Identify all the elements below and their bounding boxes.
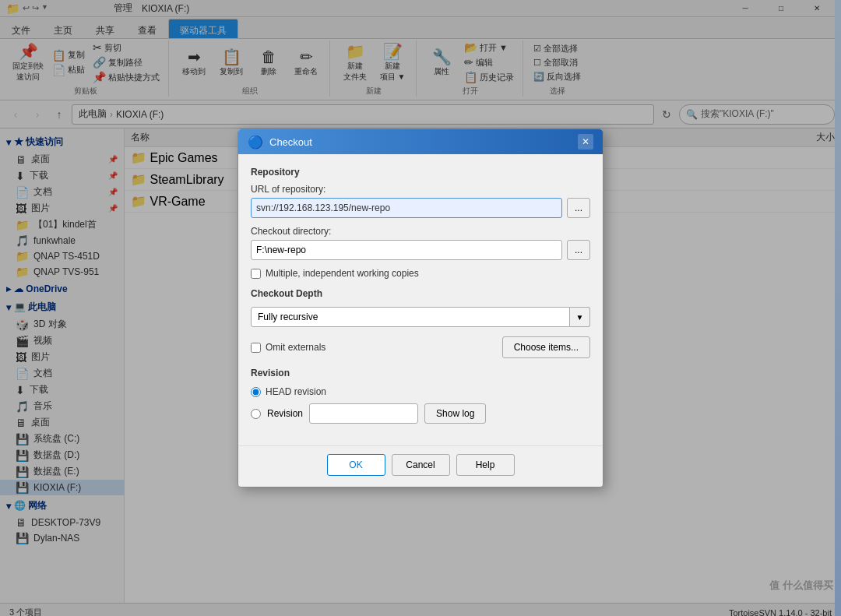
show-log-button[interactable]: Show log — [424, 403, 486, 424]
checkout-dir-label: Checkout directory: — [251, 226, 590, 237]
multiple-copies-label: Multiple, independent working copies — [266, 268, 419, 279]
checkout-dir-browse-button[interactable]: ... — [567, 240, 590, 260]
multiple-copies-row: Multiple, independent working copies — [251, 268, 590, 279]
omit-choose-row: Omit externals Choose items... — [251, 336, 590, 358]
checkout-dir-row: ... — [251, 240, 590, 260]
modal-backdrop: 🔵 Checkout ✕ Repository URL of repositor… — [0, 0, 841, 616]
revision-section-label: Revision — [251, 368, 590, 378]
omit-externals-label: Omit externals — [266, 342, 325, 353]
dialog-close-button[interactable]: ✕ — [578, 134, 593, 150]
dialog-title-bar: 🔵 Checkout ✕ — [238, 129, 603, 154]
url-input[interactable] — [251, 198, 562, 218]
choose-items-button[interactable]: Choose items... — [502, 336, 590, 358]
ok-button[interactable]: OK — [327, 454, 385, 476]
depth-dropdown-row: Fully recursive ▼ — [251, 307, 590, 327]
depth-dropdown-value[interactable]: Fully recursive — [251, 307, 570, 327]
revision-label2: Revision — [267, 408, 303, 419]
repository-section-label: Repository — [251, 167, 590, 178]
revision-radio[interactable] — [251, 409, 261, 419]
omit-externals-checkbox[interactable] — [251, 343, 261, 353]
head-revision-radio[interactable] — [251, 387, 261, 397]
revision-input[interactable] — [309, 403, 418, 424]
multiple-copies-checkbox[interactable] — [251, 269, 261, 279]
help-button[interactable]: Help — [456, 454, 515, 476]
head-revision-label: HEAD revision — [266, 386, 326, 397]
head-revision-row: HEAD revision — [251, 386, 590, 397]
omit-externals-row: Omit externals — [251, 342, 325, 353]
dialog-body: Repository URL of repository: ... Checko… — [238, 154, 603, 442]
cancel-button[interactable]: Cancel — [392, 454, 450, 476]
url-browse-button[interactable]: ... — [567, 198, 590, 218]
dialog-title-icon: 🔵 — [248, 135, 263, 150]
url-field-label: URL of repository: — [251, 184, 590, 195]
dialog-footer: OK Cancel Help — [238, 445, 603, 487]
dialog-title: Checkout — [269, 136, 312, 148]
url-row: ... — [251, 198, 590, 218]
depth-section-label: Checkout Depth — [251, 288, 590, 299]
depth-dropdown-arrow[interactable]: ▼ — [570, 307, 590, 327]
revision-row: Revision Show log — [251, 403, 590, 424]
checkout-dir-input[interactable] — [251, 240, 562, 260]
checkout-dialog: 🔵 Checkout ✕ Repository URL of repositor… — [238, 128, 603, 488]
